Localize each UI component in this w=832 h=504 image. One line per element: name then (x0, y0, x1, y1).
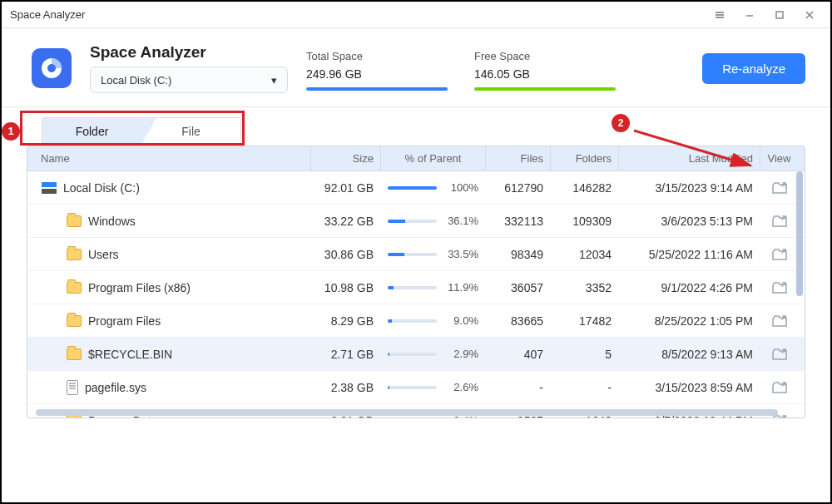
row-modified: 5/25/2022 11:16 AM (618, 238, 760, 270)
row-name: Users (88, 248, 119, 261)
svg-rect-0 (776, 12, 783, 18)
row-size: 2.71 GB (310, 338, 380, 370)
table-row[interactable]: pagefile.sys2.38 GB2.6%--3/15/2023 8:59 … (27, 371, 805, 404)
percent-bar (388, 353, 437, 356)
disk-icon (42, 182, 57, 194)
free-space-label: Free Space (474, 50, 624, 62)
row-folders: 12034 (550, 238, 618, 270)
row-size: 30.86 GB (310, 238, 380, 270)
row-name: Windows (88, 215, 136, 228)
row-folders: - (550, 371, 618, 403)
row-modified: 8/5/2022 9:13 AM (618, 338, 760, 370)
percent-bar (388, 386, 437, 389)
row-name: Program Files (x86) (88, 281, 191, 294)
row-files: 36057 (485, 271, 550, 304)
free-space-bar (474, 87, 616, 91)
chevron-down-icon: ▾ (271, 74, 277, 86)
row-files: - (485, 371, 550, 403)
row-files: 83665 (485, 304, 550, 337)
row-files: 612790 (485, 171, 550, 204)
app-logo (32, 48, 72, 88)
table-row[interactable]: $RECYCLE.BIN2.71 GB2.9%40758/5/2022 9:13… (27, 338, 805, 371)
row-files: 98349 (485, 238, 550, 270)
minimize-button[interactable] (737, 5, 762, 25)
folder-icon (67, 215, 82, 227)
total-space-bar (306, 87, 448, 91)
table-row[interactable]: Users30.86 GB33.5%98349120345/25/2022 11… (27, 238, 805, 271)
open-folder-button[interactable] (771, 180, 788, 195)
total-space-label: Total Space (306, 50, 456, 62)
open-folder-button[interactable] (771, 380, 788, 395)
row-modified: 3/15/2023 8:59 AM (618, 371, 760, 403)
row-percent: 36.1% (443, 215, 478, 227)
app-name: Space Analyzer (90, 43, 288, 62)
row-percent: 100% (443, 181, 478, 194)
row-modified: 3/6/2023 5:13 PM (618, 205, 760, 237)
percent-bar (388, 319, 437, 323)
row-size: 8.29 GB (310, 304, 380, 337)
folder-icon (67, 249, 82, 260)
annotation-arrow (626, 122, 767, 180)
close-button[interactable] (797, 5, 822, 25)
row-name: Local Disk (C:) (63, 181, 140, 195)
table-row[interactable]: Program Files (x86)10.98 GB11.9%36057335… (27, 271, 805, 304)
row-modified: 8/25/2022 1:05 PM (618, 304, 760, 337)
disk-select[interactable]: Local Disk (C:) ▾ (90, 67, 288, 93)
row-size: 2.38 GB (310, 371, 380, 403)
percent-bar (388, 220, 437, 223)
open-folder-button[interactable] (771, 314, 788, 329)
row-folders: 5 (550, 338, 618, 370)
open-folder-button[interactable] (771, 280, 788, 295)
file-icon (67, 380, 78, 395)
row-name: Program Files (88, 314, 161, 328)
annotation-box-1 (20, 111, 245, 146)
annotation-badge-1: 1 (2, 122, 20, 141)
col-files[interactable]: Files (485, 146, 550, 170)
col-percent[interactable]: % of Parent (380, 146, 485, 170)
row-size: 10.98 GB (310, 271, 380, 304)
row-percent: 2.6% (443, 381, 478, 393)
reanalyze-button[interactable]: Re-analyze (702, 53, 805, 84)
table-row[interactable]: Program Files8.29 GB9.0%83665174828/25/2… (27, 304, 805, 338)
folder-icon (67, 348, 82, 360)
row-folders: 109309 (550, 205, 618, 237)
file-table: Name Size % of Parent Files Folders Last… (27, 146, 805, 418)
row-files: 332113 (485, 205, 550, 237)
col-size[interactable]: Size (310, 146, 380, 170)
row-percent: 9.0% (443, 314, 478, 327)
maximize-button[interactable] (767, 5, 792, 25)
vertical-scrollbar[interactable] (796, 171, 803, 409)
annotation-badge-2: 2 (612, 114, 630, 132)
row-name: pagefile.sys (85, 381, 146, 394)
row-percent: 2.9% (443, 348, 478, 360)
window-title: Space Analyzer (10, 8, 85, 21)
percent-bar (388, 186, 437, 190)
row-folders: 146282 (550, 171, 618, 204)
table-row[interactable]: Windows33.22 GB36.1%3321131093093/6/2023… (27, 205, 805, 238)
row-name: $RECYCLE.BIN (88, 348, 172, 361)
table-body: Local Disk (C:)92.01 GB100%6127901462823… (27, 171, 805, 418)
col-name[interactable]: Name (27, 146, 310, 170)
percent-bar (388, 253, 437, 256)
horizontal-scrollbar[interactable] (36, 409, 793, 416)
row-modified: 9/1/2022 4:26 PM (618, 271, 760, 304)
free-space-stat: Free Space 146.05 GB (474, 47, 624, 91)
row-percent: 11.9% (443, 281, 478, 294)
row-files: 407 (485, 338, 550, 370)
open-folder-button[interactable] (771, 247, 788, 262)
row-percent: 33.5% (443, 248, 478, 260)
svg-point-2 (47, 64, 56, 72)
folder-icon (67, 315, 82, 327)
open-folder-button[interactable] (771, 347, 788, 362)
row-size: 92.01 GB (310, 171, 380, 204)
row-folders: 3352 (550, 271, 618, 304)
free-space-value: 146.05 GB (474, 67, 624, 81)
menu-button[interactable] (707, 5, 732, 25)
open-folder-button[interactable] (771, 214, 788, 229)
folder-icon (67, 282, 82, 294)
titlebar: Space Analyzer (2, 2, 830, 28)
total-space-stat: Total Space 249.96 GB (306, 47, 456, 91)
row-folders: 17482 (550, 304, 618, 337)
svg-line-3 (634, 131, 750, 166)
col-folders[interactable]: Folders (550, 146, 618, 170)
